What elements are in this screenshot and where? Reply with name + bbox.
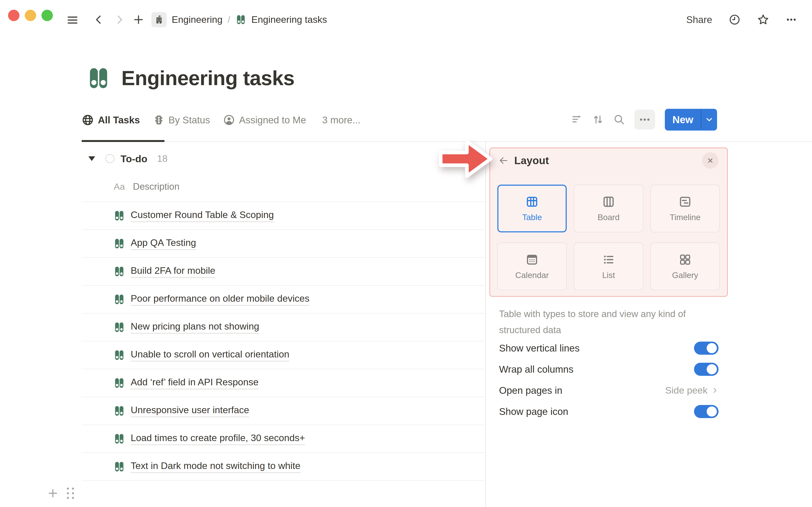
close-window-button[interactable] — [8, 10, 19, 21]
task-title[interactable]: Text in Dark mode not switching to white — [131, 460, 301, 473]
group-name[interactable]: To-do — [120, 153, 147, 165]
page-binoculars-icon[interactable] — [86, 66, 111, 91]
setting-label: Open pages in — [499, 385, 562, 396]
teamspace-icon[interactable] — [151, 12, 167, 27]
filter-icon[interactable] — [571, 114, 583, 125]
chevron-right-icon — [711, 387, 718, 394]
page-title: Engineering tasks — [121, 66, 295, 90]
layout-option-gallery[interactable]: Gallery — [651, 242, 720, 290]
table-row[interactable]: Unable to scroll on vertical orientation — [82, 341, 485, 369]
new-page-icon[interactable] — [133, 14, 144, 25]
close-panel-button[interactable] — [702, 152, 718, 169]
new-button[interactable]: New — [665, 109, 701, 130]
task-title[interactable]: Unresponsive user interface — [131, 404, 249, 417]
task-title[interactable]: App QA Testing — [131, 237, 196, 250]
task-title[interactable]: Build 2FA for mobile — [131, 265, 215, 278]
tab-assigned-to-me[interactable]: Assigned to Me — [223, 114, 306, 126]
setting-value: Side peek — [665, 385, 708, 396]
group-header-todo: To-do 18 — [82, 146, 485, 172]
table-row[interactable]: App QA Testing — [82, 230, 485, 258]
add-row-icon[interactable] — [47, 488, 58, 499]
layout-option-calendar[interactable]: Calendar — [497, 242, 567, 290]
binoculars-icon — [113, 461, 125, 472]
favorite-star-icon[interactable] — [757, 13, 769, 26]
layout-option-label: Calendar — [515, 271, 549, 280]
close-icon — [707, 157, 714, 164]
sidebar-menu-icon[interactable] — [66, 14, 79, 26]
setting-open-pages-in[interactable]: Open pages in Side peek — [499, 380, 718, 401]
table-row[interactable]: Poor performance on older mobile devices — [82, 286, 485, 314]
layout-option-list[interactable]: List — [574, 242, 643, 290]
view-options-button[interactable] — [635, 110, 655, 129]
task-title[interactable]: Unable to scroll on vertical orientation — [131, 349, 289, 361]
binoculars-icon — [113, 238, 125, 249]
layout-settings: Show vertical lines Wrap all columns Ope… — [499, 338, 718, 422]
panel-title: Layout — [514, 155, 549, 167]
breadcrumb-page[interactable]: Engineering tasks — [251, 14, 327, 25]
board-layout-icon — [602, 195, 615, 209]
list-layout-icon — [602, 253, 615, 266]
table-row[interactable]: Customer Round Table & Scoping — [82, 202, 485, 230]
task-table: To-do 18 Aa Description Customer Round T… — [82, 146, 485, 481]
task-title[interactable]: Customer Round Table & Scoping — [131, 209, 274, 222]
binoculars-icon — [113, 293, 125, 305]
table-row[interactable]: Build 2FA for mobile — [82, 258, 485, 286]
timeline-layout-icon — [678, 195, 692, 209]
updates-clock-icon[interactable] — [729, 14, 741, 25]
more-options-icon[interactable] — [786, 14, 797, 25]
show-vertical-lines-toggle[interactable] — [694, 342, 718, 355]
table-row[interactable]: Text in Dark mode not switching to white — [82, 453, 485, 481]
topbar-actions: Share — [686, 12, 797, 27]
new-dropdown-button[interactable] — [701, 109, 717, 130]
sort-icon[interactable] — [592, 114, 604, 125]
share-button[interactable]: Share — [686, 14, 712, 25]
layout-option-table[interactable]: Table — [497, 185, 567, 232]
layout-option-board[interactable]: Board — [574, 185, 643, 232]
view-toolbar: New — [571, 109, 717, 130]
layout-option-timeline[interactable]: Timeline — [651, 185, 720, 232]
search-icon[interactable] — [613, 114, 625, 125]
breadcrumb: Engineering / Engineering tasks — [151, 12, 327, 27]
active-tab-underline — [82, 140, 164, 142]
table-layout-icon — [525, 195, 539, 209]
layout-panel-header: Layout — [490, 149, 727, 172]
tab-by-status[interactable]: By Status — [153, 114, 210, 126]
todo-status-icon — [105, 154, 115, 163]
drag-handle-icon[interactable] — [67, 488, 74, 499]
forward-icon[interactable] — [114, 14, 125, 25]
table-row[interactable]: Load times to create profile, 30 seconds… — [82, 425, 485, 453]
zoom-window-button[interactable] — [42, 10, 53, 21]
binoculars-icon — [113, 349, 125, 361]
calendar-layout-icon — [525, 253, 539, 266]
task-title[interactable]: Load times to create profile, 30 seconds… — [131, 433, 305, 445]
task-title[interactable]: Poor performance on older mobile devices — [131, 293, 309, 306]
tab-more-views[interactable]: 3 more... — [322, 114, 361, 126]
setting-label: Wrap all columns — [499, 363, 573, 375]
minimize-window-button[interactable] — [25, 10, 36, 21]
tab-label: Assigned to Me — [239, 114, 306, 126]
binoculars-icon — [113, 377, 125, 389]
show-page-icon-toggle[interactable] — [694, 405, 718, 418]
breadcrumb-teamspace[interactable]: Engineering — [172, 14, 222, 25]
layout-option-label: Table — [522, 213, 542, 222]
wrap-all-columns-toggle[interactable] — [694, 363, 718, 376]
task-title[interactable]: Add ‘ref’ field in API Response — [131, 377, 259, 389]
globe-icon — [82, 114, 94, 126]
chevron-down-icon — [705, 115, 714, 124]
setting-label: Show vertical lines — [499, 342, 579, 354]
table-row[interactable]: Unresponsive user interface — [82, 397, 485, 425]
tab-all-tasks[interactable]: All Tasks — [82, 114, 140, 126]
table-row[interactable]: New pricing plans not showing — [82, 314, 485, 341]
column-header-row: Aa Description — [82, 172, 485, 202]
back-icon[interactable] — [93, 14, 104, 25]
collapse-triangle-icon[interactable] — [88, 156, 95, 161]
back-arrow-icon[interactable] — [499, 156, 508, 165]
table-row[interactable]: Add ‘ref’ field in API Response — [82, 369, 485, 397]
layout-option-label: Gallery — [672, 271, 698, 280]
layout-description: Table with types to store and view any k… — [499, 306, 728, 338]
annotation-arrow-icon — [437, 135, 494, 182]
open-pages-in-value[interactable]: Side peek — [665, 385, 718, 396]
binoculars-icon — [113, 433, 125, 445]
column-header-description[interactable]: Description — [133, 181, 180, 192]
task-title[interactable]: New pricing plans not showing — [131, 321, 259, 334]
